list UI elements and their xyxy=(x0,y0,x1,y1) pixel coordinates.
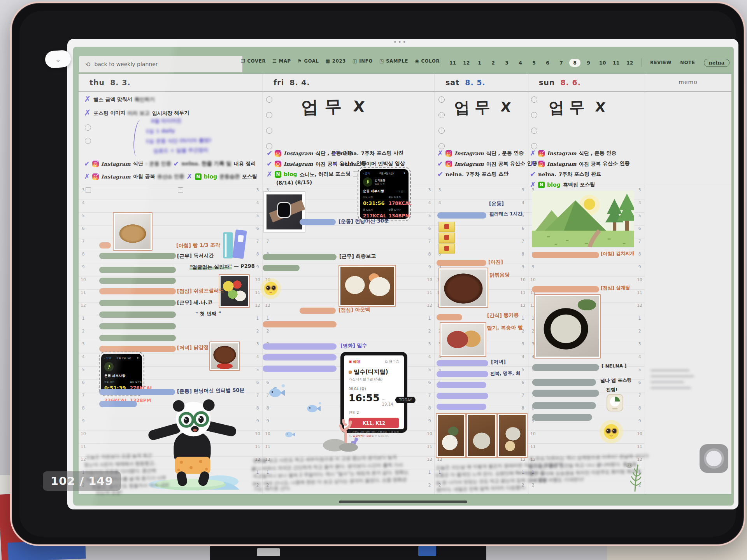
highlight-bar[interactable] xyxy=(532,390,599,397)
highlight-bar[interactable] xyxy=(532,286,599,292)
month-tab-3[interactable]: 3 xyxy=(501,59,512,67)
watch-workout-screenshot-selected[interactable]: ‹ 요약8월 4일 (금)⬆ 걷기운동실외 목표 운동 세부사항더 보기 운동 … xyxy=(360,169,409,219)
month-tab-1[interactable]: 1 xyxy=(474,59,485,67)
home-indicator[interactable] xyxy=(339,500,467,503)
month-tab-11[interactable]: 11 xyxy=(447,59,458,67)
tab-review[interactable]: REVIEW xyxy=(650,60,672,65)
highlight-bar[interactable] xyxy=(532,379,596,386)
sun-sticker[interactable] xyxy=(599,418,624,446)
highlight-bar[interactable] xyxy=(437,393,488,399)
todo-item[interactable]: ✗ N blog 흑백집 포스팅 xyxy=(530,181,595,188)
highlight-bar[interactable] xyxy=(437,360,488,366)
nelna-badge[interactable]: nelna xyxy=(704,59,730,67)
checkbox-circle[interactable] xyxy=(531,143,537,149)
todo-item[interactable]: ✗ Instagram 식단 , 운동 인증 xyxy=(530,150,616,157)
checkbox-square[interactable] xyxy=(86,187,91,193)
fish-sticker[interactable] xyxy=(268,383,286,401)
feed-thumbnail[interactable] xyxy=(438,243,457,254)
tab-sample[interactable]: ◳SAMPLE xyxy=(379,58,408,64)
checkbox-circle[interactable] xyxy=(266,143,272,149)
highlight-bar[interactable] xyxy=(99,288,176,294)
todo-item[interactable]: ✗ N blog 쇼니노, 하리보 포스팅 xyxy=(267,171,358,178)
watch-workout-screenshot[interactable]: ‹ 요약8월 3일 (목)⬆ 운동 세부사항 운동 시간0:51:39 활동 칼… xyxy=(101,354,142,394)
todo-item[interactable]: ✔ Instagram 식단 · 운동 인증 ✔ nelna. 한줄 기록 및 … xyxy=(84,160,256,167)
photo-samgyetang[interactable] xyxy=(534,294,601,359)
month-tab-8-active[interactable]: 8 xyxy=(569,59,580,67)
feed-thumbnail[interactable] xyxy=(438,233,457,243)
month-tab-4[interactable]: 4 xyxy=(515,59,526,67)
checkbox-circle[interactable] xyxy=(438,112,445,118)
feed-thumbnail[interactable] xyxy=(438,222,457,232)
month-tab-7[interactable]: 7 xyxy=(556,59,567,67)
highlight-bar[interactable] xyxy=(532,364,599,371)
highlight-bar[interactable] xyxy=(437,371,488,377)
highlight-bar[interactable] xyxy=(99,335,176,341)
highlight-bar[interactable] xyxy=(99,401,137,407)
photo-dinner-3[interactable] xyxy=(497,413,528,458)
todo-item[interactable]: ✗ Instagram 식단 , 운동 인증 xyxy=(437,150,524,157)
highlight-bar[interactable] xyxy=(263,366,337,372)
photo-wrist-watch[interactable] xyxy=(264,192,305,232)
highlight-bar[interactable] xyxy=(437,260,486,266)
checkbox-circle[interactable] xyxy=(531,112,537,118)
tab-note[interactable]: NOTE xyxy=(680,60,695,65)
highlight-bar[interactable] xyxy=(532,414,592,421)
tab-cover[interactable]: ❐COVER xyxy=(241,58,266,64)
highlight-bar[interactable] xyxy=(99,267,176,273)
books-sticker[interactable] xyxy=(222,228,247,261)
photo-dinner-2[interactable] xyxy=(466,413,497,458)
highlight-bar[interactable] xyxy=(99,253,176,259)
fern-leaf-sticker[interactable] xyxy=(625,461,643,493)
photo-toast[interactable] xyxy=(440,322,486,357)
tab-map[interactable]: ☰MAP xyxy=(272,58,291,64)
highlight-bar[interactable] xyxy=(437,382,486,388)
month-tab-11b[interactable]: 11 xyxy=(610,59,621,67)
tab-goal[interactable]: ⚑GOAL xyxy=(298,58,319,64)
checkbox-circle[interactable] xyxy=(266,96,272,103)
checkbox-circle[interactable] xyxy=(438,143,445,149)
month-tab-6[interactable]: 6 xyxy=(542,59,553,67)
highlight-bar[interactable] xyxy=(532,252,599,258)
highlight-bar[interactable] xyxy=(99,278,176,284)
highlight-bar[interactable] xyxy=(437,212,486,219)
todo-item[interactable]: ✗ Instagram 아침 공복 유산소 인증 ✗ N blog 운동습관 포… xyxy=(84,173,257,180)
mountain-landscape-sticker[interactable] xyxy=(532,191,634,247)
photo-chicken[interactable] xyxy=(209,341,240,371)
todo-item[interactable]: ✔ Instagram 아침 공복 유산소 인증 xyxy=(437,160,537,167)
multitask-indicator[interactable]: ••• xyxy=(393,39,407,46)
highlight-bar[interactable] xyxy=(99,389,175,395)
highlight-bar[interactable] xyxy=(263,321,337,327)
highlight-bar[interactable] xyxy=(263,354,337,360)
highlight-bar[interactable] xyxy=(300,219,336,225)
month-tab-9[interactable]: 9 xyxy=(583,59,594,67)
photo-outback-lunch[interactable] xyxy=(338,265,396,307)
checkbox-square[interactable] xyxy=(178,187,183,193)
checkbox-circle[interactable] xyxy=(531,128,537,134)
tab-info[interactable]: ◫INFO xyxy=(352,58,373,64)
todo-item[interactable]: ✗ 포스팅 이미지 미리 보고 임시저장 해두기 xyxy=(84,109,189,117)
highlight-bar[interactable] xyxy=(263,254,337,260)
todo-item[interactable]: ✔ nelna. 7주차 포스팅 사진 xyxy=(332,150,403,157)
coral-rocks-sticker[interactable] xyxy=(317,411,365,452)
todo-item[interactable]: ✗ Instagram 아침 공복 유산소 인증 xyxy=(530,160,630,167)
checkbox-square[interactable] xyxy=(353,172,358,177)
checkbox-circle[interactable] xyxy=(85,124,91,131)
sun-sticker[interactable] xyxy=(260,277,282,300)
highlight-bar[interactable] xyxy=(437,404,486,410)
highlight-bar[interactable] xyxy=(99,312,176,318)
todo-item[interactable]: ✔ nelna. 7주차 포스팅 초안 xyxy=(437,171,509,178)
month-tab-10[interactable]: 10 xyxy=(596,59,608,67)
month-tab-12[interactable]: 12 xyxy=(460,59,472,67)
checkbox-circle[interactable] xyxy=(438,96,445,103)
highlight-bar[interactable] xyxy=(300,308,336,314)
highlight-bar[interactable] xyxy=(99,300,176,306)
tab-2023[interactable]: ▦2023 xyxy=(326,58,346,64)
checkbox-circle[interactable] xyxy=(266,112,272,118)
month-tab-12b[interactable]: 12 xyxy=(624,59,635,67)
todo-item[interactable]: ✔ nelna. 7주차 포스팅 완료 xyxy=(530,171,601,178)
nelna-app-icon-sticker[interactable] xyxy=(606,394,624,412)
highlight-bar[interactable] xyxy=(437,314,462,320)
photo-bread[interactable] xyxy=(113,212,153,251)
checkbox-circle[interactable] xyxy=(85,138,91,144)
highlight-bar[interactable] xyxy=(99,323,176,329)
